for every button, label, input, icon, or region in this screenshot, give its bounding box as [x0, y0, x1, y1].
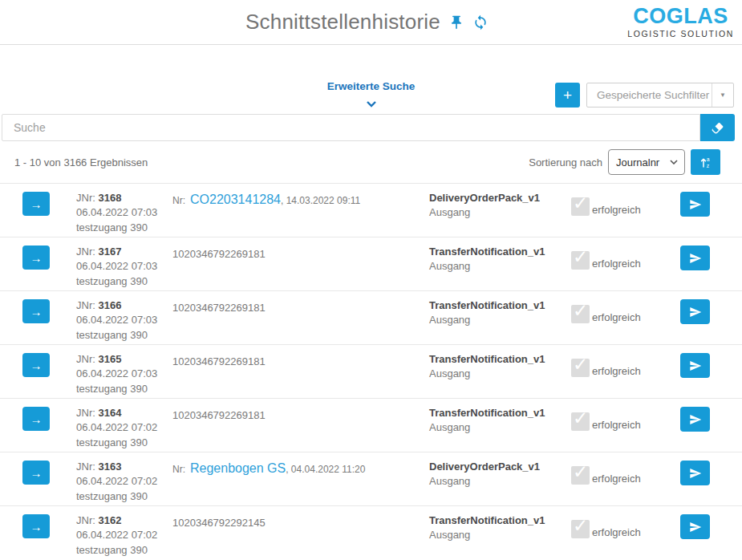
arrow-right-icon [30, 305, 43, 319]
journal-cell: JNr: 3167 06.04.2022 07:03 testzugang 39… [76, 246, 172, 288]
advanced-search-link[interactable]: Erweiterte Suche [327, 80, 416, 92]
arrow-right-icon [30, 412, 43, 426]
search-input[interactable] [2, 114, 700, 141]
reference-number: 1020346792292145 [172, 517, 266, 529]
send-cell [680, 353, 710, 378]
row-datetime: 06.04.2022 07:02 [76, 420, 172, 434]
clear-search-button[interactable] [700, 114, 735, 141]
reference-link[interactable]: Regenbogen GS [190, 461, 286, 475]
row-user: testzugang 390 [76, 274, 172, 288]
resend-button[interactable] [680, 353, 710, 378]
row-user: testzugang 390 [76, 221, 172, 234]
paper-plane-icon [689, 198, 702, 211]
reference-prefix: Nr: [172, 195, 185, 206]
paper-plane-icon [689, 413, 702, 426]
resend-button[interactable] [680, 461, 710, 485]
message-type-cell: DeliveryOrderPack_v1 Ausgang [429, 461, 571, 487]
journal-number: 3168 [98, 192, 121, 204]
sort-label: Sortierung nach [529, 156, 602, 168]
row-datetime: 06.04.2022 07:02 [76, 528, 172, 542]
journal-cell: JNr: 3163 06.04.2022 07:02 testzugang 39… [76, 461, 172, 503]
arrow-right-icon [30, 251, 43, 265]
message-type-cell: TransferNotification_v1 Ausgang [429, 299, 571, 326]
table-row: JNr: 3164 06.04.2022 07:02 testzugang 39… [0, 398, 742, 452]
open-row-button[interactable] [22, 353, 50, 377]
journal-cell: JNr: 3164 06.04.2022 07:02 testzugang 39… [76, 407, 172, 449]
send-cell [680, 192, 710, 217]
coglas-logo: COGLAS LOGISTIC SOLUTION [627, 6, 734, 39]
open-row-button[interactable] [22, 514, 50, 538]
open-row-button[interactable] [22, 461, 50, 485]
reference-number: 1020346792269181 [172, 409, 266, 421]
message-type: DeliveryOrderPack_v1 [429, 192, 571, 204]
row-user: testzugang 390 [76, 436, 172, 449]
table-body: JNr: 3168 06.04.2022 07:03 testzugang 39… [0, 183, 742, 559]
send-cell [680, 407, 710, 432]
message-type-cell: TransferNotification_v1 Ausgang [429, 246, 571, 272]
message-type: TransferNotification_v1 [429, 246, 571, 258]
resend-button[interactable] [680, 407, 710, 432]
result-count: 1 - 10 von 3166 Ergebnissen [14, 156, 148, 168]
message-direction: Ausgang [429, 367, 571, 379]
open-cell [22, 246, 76, 270]
reference-date: , 04.04.2022 11:20 [286, 464, 365, 475]
resend-button[interactable] [680, 192, 710, 217]
open-cell [22, 299, 76, 323]
reference-number: 1020346792269181 [172, 248, 266, 260]
message-type-cell: DeliveryOrderPack_v1 Ausgang [429, 192, 571, 218]
journal-number: 3167 [98, 246, 121, 258]
success-checkbox [571, 251, 590, 270]
results-row: 1 - 10 von 3166 Ergebnissen Sortierung n… [0, 141, 742, 183]
saved-filters-select[interactable]: Gespeicherte Suchfilter ▼ [586, 83, 734, 108]
resend-button[interactable] [680, 514, 710, 539]
svg-text:a: a [706, 156, 709, 162]
status-label: erfolgreich [592, 526, 641, 538]
sort-select-value: Journalnr [616, 156, 659, 168]
table-row: JNr: 3166 06.04.2022 07:03 testzugang 39… [0, 290, 742, 344]
paper-plane-icon [689, 467, 702, 480]
resend-button[interactable] [680, 299, 710, 324]
open-row-button[interactable] [22, 192, 50, 216]
reference-link[interactable]: CO2203141284 [190, 193, 281, 206]
pushpin-icon[interactable] [448, 14, 464, 30]
add-filter-button[interactable]: + [555, 83, 580, 108]
open-row-button[interactable] [22, 299, 50, 323]
open-row-button[interactable] [22, 246, 50, 270]
reference-cell: 1020346792269181 [172, 353, 429, 368]
message-direction: Ausgang [429, 206, 571, 218]
eraser-icon [711, 121, 724, 135]
reference-cell: 1020346792269181 [172, 299, 429, 314]
filter-zone: Erweiterte Suche + Gespeicherte Suchfilt… [0, 45, 742, 114]
reference-number: 1020346792269181 [172, 355, 266, 367]
status-label: erfolgreich [592, 419, 641, 431]
table-row: JNr: 3163 06.04.2022 07:02 testzugang 39… [0, 452, 742, 505]
refresh-icon[interactable] [472, 14, 489, 30]
logo-text: COGLAS [633, 6, 728, 27]
search-bar [2, 114, 735, 141]
open-row-button[interactable] [22, 407, 50, 431]
open-cell [22, 407, 76, 431]
open-cell [22, 353, 76, 377]
reference-cell: 1020346792292145 [172, 514, 429, 530]
message-direction: Ausgang [429, 260, 571, 272]
jnr-label: JNr: [76, 407, 95, 419]
jnr-label: JNr: [76, 299, 95, 311]
message-direction: Ausgang [429, 529, 571, 541]
journal-number: 3164 [98, 407, 121, 419]
message-direction: Ausgang [429, 475, 571, 487]
resend-button[interactable] [680, 246, 710, 270]
open-cell [22, 192, 76, 216]
sort-select[interactable]: Journalnr [608, 149, 685, 175]
reference-cell: Nr:Regenbogen GS, 04.04.2022 11:20 [172, 461, 429, 476]
status-label: erfolgreich [592, 473, 641, 485]
row-user: testzugang 390 [76, 489, 172, 503]
reference-prefix: Nr: [172, 464, 185, 475]
status-cell: erfolgreich [571, 520, 680, 538]
reference-number: 1020346792269181 [172, 302, 266, 314]
reference-cell: 1020346792269181 [172, 246, 429, 261]
row-datetime: 06.04.2022 07:03 [76, 367, 172, 380]
message-direction: Ausgang [429, 421, 571, 433]
paper-plane-icon [689, 521, 702, 534]
table-row: JNr: 3168 06.04.2022 07:03 testzugang 39… [0, 183, 742, 237]
sort-direction-button[interactable]: a z [691, 149, 720, 175]
